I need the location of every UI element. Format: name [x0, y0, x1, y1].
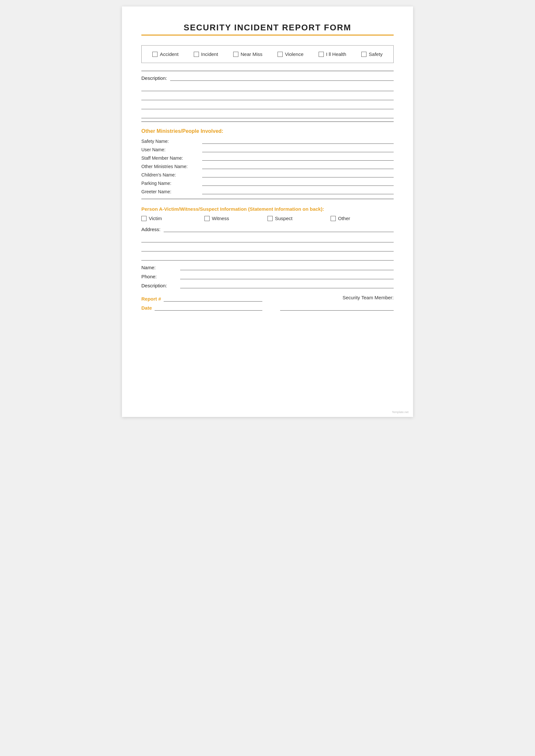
divider-3	[141, 199, 394, 199]
other-ministries-name-row: Other Ministries Name:	[141, 163, 394, 169]
incident-checkbox[interactable]	[194, 52, 199, 57]
other-ministries-name-input[interactable]	[202, 163, 394, 169]
description-row: Description:	[141, 74, 394, 82]
person-type-row: Victim Witness Suspect Other	[141, 216, 394, 221]
victim-checkbox[interactable]	[141, 216, 147, 221]
description-label: Description:	[141, 75, 167, 81]
description-input-line[interactable]	[170, 74, 394, 81]
ill-health-checkbox[interactable]	[319, 52, 324, 57]
page-title: SECURITY INCIDENT REPORT FORM	[141, 23, 394, 33]
staff-member-label: Staff Member Name:	[141, 155, 200, 161]
checkbox-accident[interactable]: Accident	[152, 51, 179, 57]
desc-line-2[interactable]	[141, 85, 394, 91]
other-ministries-name-label: Other Ministries Name:	[141, 164, 200, 169]
form-page: SECURITY INCIDENT REPORT FORM Accident I…	[122, 7, 413, 417]
checkbox-victim[interactable]: Victim	[141, 216, 205, 221]
address-block: Address:	[141, 226, 394, 260]
other-ministries-section: Other Ministries/People Involved: Safety…	[141, 128, 394, 194]
safety-name-input[interactable]	[202, 137, 394, 144]
report-number-row: Report #	[141, 295, 262, 302]
greeter-name-row: Greeter Name:	[141, 188, 394, 194]
phone-input[interactable]	[180, 273, 394, 279]
incident-label: Incident	[201, 51, 218, 57]
user-name-label: User Name:	[141, 147, 200, 152]
name-row: Name:	[141, 264, 394, 270]
other-label: Other	[338, 216, 350, 221]
address-row: Address:	[141, 226, 394, 233]
checkbox-other[interactable]: Other	[330, 216, 394, 221]
checkbox-witness[interactable]: Witness	[205, 216, 268, 221]
date-row: Date	[141, 304, 262, 310]
checkbox-violence[interactable]: Violence	[277, 51, 303, 57]
person-a-heading: Person A-Victim/Witness/Suspect Informat…	[141, 206, 394, 212]
address-line-2[interactable]	[141, 236, 394, 242]
desc-line-4[interactable]	[141, 103, 394, 109]
desc2-row: Description:	[141, 282, 394, 288]
childrens-name-row: Children's Name:	[141, 171, 394, 177]
incident-types-box: Accident Incident Near Miss Violence I l…	[141, 45, 394, 63]
witness-checkbox[interactable]	[205, 216, 210, 221]
report-number-label: Report #	[141, 296, 161, 302]
parking-name-label: Parking Name:	[141, 181, 200, 186]
checkbox-suspect[interactable]: Suspect	[268, 216, 330, 221]
violence-checkbox[interactable]	[277, 52, 283, 57]
info-fields: Name: Phone: Description:	[141, 264, 394, 288]
childrens-name-label: Children's Name:	[141, 172, 200, 177]
desc-line-5[interactable]	[141, 112, 394, 118]
desc2-input[interactable]	[180, 282, 394, 288]
suspect-checkbox[interactable]	[268, 216, 273, 221]
title-section: SECURITY INCIDENT REPORT FORM	[141, 23, 394, 36]
safety-name-row: Safety Name:	[141, 137, 394, 144]
name-label: Name:	[141, 265, 177, 270]
description-block: Description:	[141, 74, 394, 118]
witness-label: Witness	[212, 216, 229, 221]
safety-checkbox[interactable]	[361, 52, 366, 57]
security-team-label: Security Team Member:	[343, 295, 394, 300]
other-ministries-heading: Other Ministries/People Involved:	[141, 128, 394, 134]
address-input-line[interactable]	[164, 226, 394, 232]
name-input[interactable]	[180, 264, 394, 270]
safety-label: Safety	[369, 51, 383, 57]
staff-member-row: Staff Member Name:	[141, 154, 394, 161]
safety-name-label: Safety Name:	[141, 139, 200, 144]
footer-row: Report # Date Security Team Member:	[141, 295, 394, 310]
address-label: Address:	[141, 227, 160, 232]
divider-2	[141, 122, 394, 122]
title-underline	[141, 35, 394, 36]
victim-label: Victim	[149, 216, 162, 221]
report-number-input[interactable]	[164, 295, 263, 302]
footer-right: Security Team Member:	[280, 295, 394, 310]
suspect-label: Suspect	[275, 216, 293, 221]
violence-label: Violence	[285, 51, 303, 57]
accident-checkbox[interactable]	[152, 52, 157, 57]
near-miss-checkbox[interactable]	[233, 52, 239, 57]
checkbox-near-miss[interactable]: Near Miss	[233, 51, 263, 57]
other-checkbox[interactable]	[330, 216, 336, 221]
person-a-section: Person A-Victim/Witness/Suspect Informat…	[141, 206, 394, 288]
greeter-name-input[interactable]	[202, 188, 394, 194]
parking-name-input[interactable]	[202, 179, 394, 186]
staff-member-input[interactable]	[202, 154, 394, 161]
address-line-4[interactable]	[141, 254, 394, 260]
accident-label: Accident	[160, 51, 179, 57]
security-team-input[interactable]	[280, 304, 394, 310]
checkbox-safety[interactable]: Safety	[361, 51, 383, 57]
user-name-row: User Name:	[141, 146, 394, 152]
checkbox-ill-health[interactable]: I ll Health	[319, 51, 347, 57]
near-miss-label: Near Miss	[241, 51, 263, 57]
parking-name-row: Parking Name:	[141, 179, 394, 186]
childrens-name-input[interactable]	[202, 171, 394, 177]
footer-left: Report # Date	[141, 295, 262, 310]
address-line-3[interactable]	[141, 245, 394, 252]
greeter-name-label: Greeter Name:	[141, 189, 200, 194]
user-name-input[interactable]	[202, 146, 394, 152]
checkbox-incident[interactable]: Incident	[194, 51, 218, 57]
watermark: Template.net	[392, 411, 408, 414]
ill-health-label: I ll Health	[326, 51, 347, 57]
date-label: Date	[141, 305, 152, 310]
divider-1	[141, 71, 394, 71]
desc-line-3[interactable]	[141, 94, 394, 100]
desc2-label: Description:	[141, 283, 177, 288]
phone-row: Phone:	[141, 273, 394, 279]
date-input[interactable]	[155, 304, 263, 310]
